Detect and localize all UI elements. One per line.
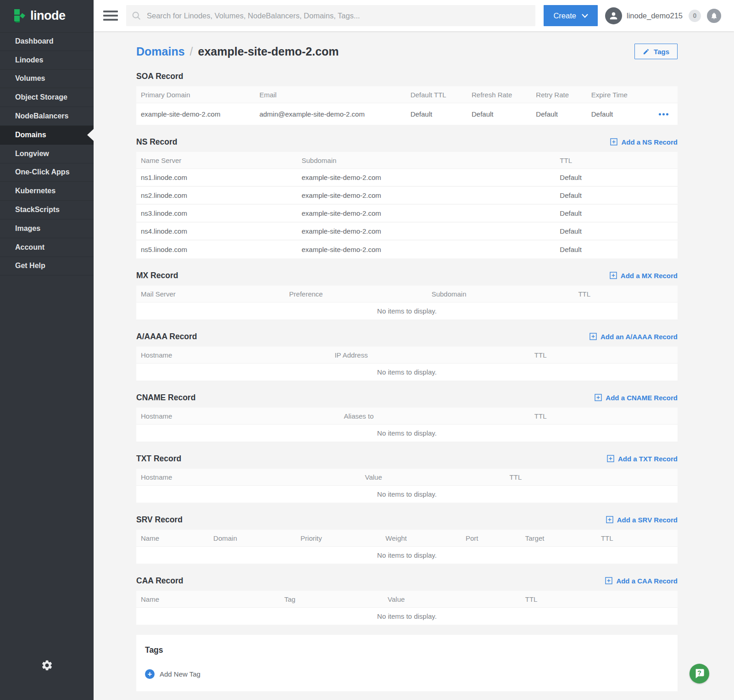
add-mx-record-link[interactable]: Add a MX Record [610,272,678,280]
add-record-icon [595,394,602,401]
menu-button[interactable] [103,11,118,21]
svg-text:?: ? [697,669,701,677]
sidebar-item-object-storage[interactable]: Object Storage [0,88,94,107]
sidebar-footer [0,659,94,700]
sidebar-item-account[interactable]: Account [0,238,94,257]
sidebar-item-longview[interactable]: Longview [0,145,94,163]
add-record-icon [589,333,597,340]
column-header-ttl: TTL [505,473,678,481]
record-sections: SOA RecordPrimary DomainEmailDefault TTL… [136,70,678,625]
soa-table-header: Primary DomainEmailDefault TTLRefresh Ra… [136,86,678,103]
avatar[interactable] [605,7,622,24]
column-header-aliases-to: Aliases to [339,412,530,420]
sidebar-item-nodebalancers[interactable]: NodeBalancers [0,107,94,126]
column-header-hostname: Hostname [136,351,330,359]
mx-table: Mail ServerPreferenceSubdomainTTLNo item… [136,286,678,319]
edit-tags-button[interactable]: Tags [634,44,678,59]
cell-ttl: Default [555,227,678,235]
cell-name-server: ns3.linode.com [136,209,297,217]
add-mx-record-label: Add a MX Record [621,272,678,280]
cell-refresh-rate: Default [467,110,531,118]
create-button[interactable]: Create [544,5,598,26]
section-mx: MX RecordAdd a MX RecordMail ServerPrefe… [136,269,678,319]
column-header-ttl: TTL [555,157,678,164]
sidebar-item-domains[interactable]: Domains [0,126,94,145]
add-record-icon [610,272,617,279]
ns-table-row-4: ns5.linode.comexample-site-demo-2.comDef… [136,241,678,258]
ns-table-row-2: ns3.linode.comexample-site-demo-2.comDef… [136,205,678,223]
column-header-subdomain: Subdomain [297,157,555,164]
notification-count-badge[interactable]: 0 [689,10,701,22]
column-header-hostname: Hostname [136,412,339,420]
add-caa-record-link[interactable]: Add a CAA Record [605,577,678,585]
empty-message: No items to display. [136,425,678,442]
ns-table-row-1: ns2.linode.comexample-site-demo-2.comDef… [136,187,678,205]
help-button[interactable]: ? [690,664,709,683]
cell-subdomain: example-site-demo-2.com [297,174,555,181]
cname-table: HostnameAliases toTTLNo items to display… [136,408,678,442]
logo-text: linode [30,9,66,23]
column-header-priority: Priority [296,534,381,542]
soa-table-row-0: example-site-demo-2.comadmin@example-sit… [136,103,678,125]
notifications-button[interactable] [707,9,721,23]
add-new-tag-button[interactable]: + Add New Tag [145,669,200,679]
sidebar-item-stackscripts[interactable]: StackScripts [0,201,94,219]
cell-subdomain: example-site-demo-2.com [297,209,555,217]
srv-table-header: NameDomainPriorityWeightPortTargetTTL [136,530,678,547]
add-caa-record-label: Add a CAA Record [616,577,678,585]
sidebar-item-one-click-apps[interactable]: One-Click Apps [0,163,94,182]
username[interactable]: linode_demo215 [627,11,683,20]
add-cname-record-label: Add a CNAME Record [606,394,678,402]
section-title-mx: MX Record [136,271,178,280]
linode-logo-icon [14,9,26,23]
section-ns: NS RecordAdd a NS RecordName ServerSubdo… [136,136,678,258]
caa-table-header: NameTagValueTTL [136,591,678,608]
add-record-icon [605,577,612,584]
linode-logo[interactable]: linode [0,0,94,31]
section-soa: SOA RecordPrimary DomainEmailDefault TTL… [136,70,678,125]
add-cname-record-link[interactable]: Add a CNAME Record [595,394,678,402]
cell-name-server: ns4.linode.com [136,227,297,235]
sidebar-item-volumes[interactable]: Volumes [0,70,94,89]
sidebar-item-dashboard[interactable]: Dashboard [0,32,94,51]
pencil-icon [643,48,650,55]
breadcrumb-domains-link[interactable]: Domains [136,45,185,58]
cell-ttl: Default [555,174,678,181]
section-title-txt: TXT Record [136,454,181,464]
sidebar: linode DashboardLinodesVolumesObject Sto… [0,0,94,700]
cell-ttl: Default [555,246,678,253]
column-header-name: Name [136,595,280,603]
sidebar-item-get-help[interactable]: Get Help [0,257,94,276]
cell-name-server: ns5.linode.com [136,246,297,253]
column-header-preference: Preference [284,290,427,298]
section-cname: CNAME RecordAdd a CNAME RecordHostnameAl… [136,392,678,442]
column-header-expire-time: Expire Time [587,91,678,99]
breadcrumb-separator: / [190,45,193,58]
sidebar-item-linodes[interactable]: Linodes [0,51,94,70]
srv-table: NameDomainPriorityWeightPortTargetTTLNo … [136,530,678,564]
search-input[interactable] [146,11,530,21]
add-txt-record-link[interactable]: Add a TXT Record [607,455,678,463]
column-header-ttl: TTL [573,290,678,298]
add-new-tag-label: Add New Tag [160,670,200,678]
section-caa: CAA RecordAdd a CAA RecordNameTagValueTT… [136,575,678,625]
add-a-aaaa-record-link[interactable]: Add an A/AAAA Record [589,333,678,341]
column-header-port: Port [461,534,521,542]
breadcrumb: Domains / example-site-demo-2.com [136,45,339,58]
column-header-ttl: TTL [596,534,678,542]
add-srv-record-link[interactable]: Add a SRV Record [606,516,678,524]
cell-retry-rate: Default [531,110,586,118]
section-txt: TXT RecordAdd a TXT RecordHostnameValueT… [136,453,678,503]
sidebar-item-images[interactable]: Images [0,219,94,238]
empty-message: No items to display. [136,608,678,625]
person-icon [608,11,619,21]
a-aaaa-table-header: HostnameIP AddressTTL [136,347,678,364]
sidebar-item-kubernetes[interactable]: Kubernetes [0,182,94,201]
ns-table: Name ServerSubdomainTTLns1.linode.comexa… [136,152,678,258]
add-srv-record-label: Add a SRV Record [617,516,678,524]
gear-icon[interactable] [41,659,53,672]
row-actions-ellipsis-button[interactable] [656,110,671,118]
add-ns-record-link[interactable]: Add a NS Record [610,138,678,146]
column-header-subdomain: Subdomain [427,290,574,298]
ns-table-header: Name ServerSubdomainTTL [136,152,678,169]
